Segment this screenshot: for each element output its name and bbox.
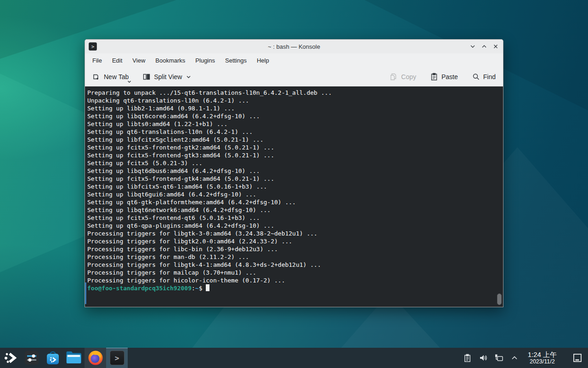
terminal-line: Setting up libfcitx5-qt6-1:amd64 (5.0.16… bbox=[87, 183, 497, 190]
terminal-prompt: foo@foo-standardpcq35ich92009:~$ bbox=[87, 284, 497, 292]
window-title: ~ : bash — Konsole bbox=[85, 43, 503, 50]
paste-button[interactable]: Paste bbox=[429, 71, 459, 83]
system-tray: 1:24 上午 2023/11/2 bbox=[462, 348, 588, 368]
menu-file[interactable]: File bbox=[88, 55, 107, 66]
terminal-cursor bbox=[206, 284, 209, 291]
new-tab-dropdown[interactable] bbox=[127, 77, 131, 85]
maximize-icon bbox=[481, 43, 487, 50]
split-view-icon bbox=[142, 73, 151, 81]
new-output-indicator bbox=[85, 282, 86, 304]
dolphin-button[interactable] bbox=[63, 348, 85, 368]
split-view-dropdown[interactable] bbox=[186, 75, 191, 79]
prompt-user-host: foo@foo-standardpcq35ich92009 bbox=[87, 285, 192, 292]
new-tab-label: New Tab bbox=[104, 73, 129, 80]
terminal-line: Setting up libts0:amd64 (1.22-1+b1) ... bbox=[87, 120, 497, 128]
kickoff-launcher-button[interactable] bbox=[0, 348, 21, 368]
volume-tray-button[interactable] bbox=[477, 348, 489, 368]
tool-bar: New Tab Split View Copy bbox=[85, 68, 503, 86]
copy-button[interactable]: Copy bbox=[389, 71, 417, 83]
show-desktop-button[interactable] bbox=[570, 348, 585, 368]
network-icon bbox=[494, 353, 503, 362]
terminal-scrollbar[interactable] bbox=[497, 293, 502, 305]
firefox-icon bbox=[87, 350, 104, 366]
copy-label: Copy bbox=[401, 73, 416, 80]
system-settings-button[interactable] bbox=[21, 348, 42, 368]
terminal-view[interactable]: Preparing to unpack .../15-qt6-translati… bbox=[85, 86, 503, 307]
network-tray-button[interactable] bbox=[493, 348, 505, 368]
terminal-line: Processing triggers for libgtk-3-0:amd64… bbox=[87, 230, 497, 237]
menu-help[interactable]: Help bbox=[252, 55, 274, 66]
clipboard-tray-button[interactable] bbox=[462, 348, 474, 368]
terminal-line: Processing triggers for man-db (2.11.2-2… bbox=[87, 253, 497, 261]
terminal-line: Setting up libqt6core6:amd64 (6.4.2+dfsg… bbox=[87, 112, 497, 120]
terminal-line: Setting up fcitx5-frontend-qt6 (5.0.16-1… bbox=[87, 214, 497, 222]
split-view-button[interactable]: Split View bbox=[141, 71, 192, 83]
minimize-icon bbox=[469, 43, 476, 50]
show-desktop-icon bbox=[573, 353, 582, 362]
terminal-line: Setting up libqt6network6:amd64 (6.4.2+d… bbox=[87, 206, 497, 214]
find-icon bbox=[472, 73, 480, 81]
menu-plugins[interactable]: Plugins bbox=[191, 55, 220, 66]
menu-view[interactable]: View bbox=[128, 55, 150, 66]
taskbar-panel: > 1:24 上午 bbox=[0, 348, 588, 368]
terminal-line: Setting up libqt6gui6:amd64 (6.4.2+dfsg-… bbox=[87, 190, 497, 198]
firefox-task-button[interactable] bbox=[85, 348, 106, 368]
konsole-window: > ~ : bash — Konsole File Edit View Book… bbox=[85, 39, 503, 307]
find-label: Find bbox=[483, 73, 496, 80]
prompt-symbol: $ bbox=[199, 285, 203, 292]
terminal-line: Setting up libb2-1:amd64 (0.98.1-1.1) ..… bbox=[87, 104, 497, 112]
terminal-line: Processing triggers for libc-bin (2.36-9… bbox=[87, 245, 497, 253]
paste-label: Paste bbox=[441, 73, 458, 80]
maximize-button[interactable] bbox=[481, 43, 488, 50]
terminal-line: Setting up libfcitx5gclient2:amd64 (5.0.… bbox=[87, 136, 497, 144]
window-titlebar[interactable]: > ~ : bash — Konsole bbox=[85, 40, 503, 53]
kickoff-launcher-icon bbox=[3, 350, 18, 366]
konsole-icon: > bbox=[89, 42, 97, 51]
expand-tray-button[interactable] bbox=[509, 348, 520, 368]
discover-icon bbox=[45, 350, 61, 366]
find-button[interactable]: Find bbox=[471, 71, 497, 83]
minimize-button[interactable] bbox=[469, 43, 476, 50]
terminal-line: Setting up libqt6dbus6:amd64 (6.4.2+dfsg… bbox=[87, 167, 497, 175]
menu-bar: File Edit View Bookmarks Plugins Setting… bbox=[85, 53, 503, 68]
terminal-line: Setting up qt6-qpa-plugins:amd64 (6.4.2+… bbox=[87, 222, 497, 230]
terminal-line: Setting up qt6-gtk-platformtheme:amd64 (… bbox=[87, 198, 497, 206]
terminal-line: Setting up fcitx5-frontend-gtk4:amd64 (5… bbox=[87, 175, 497, 183]
terminal-line: Setting up fcitx5 (5.0.21-3) ... bbox=[87, 159, 497, 167]
clipboard-icon bbox=[463, 354, 472, 362]
system-settings-icon bbox=[24, 350, 40, 366]
new-tab-icon bbox=[92, 73, 101, 81]
terminal-line: Processing triggers for libgtk2.0-0:amd6… bbox=[87, 237, 497, 245]
terminal-line: Processing triggers for hicolor-icon-the… bbox=[87, 276, 497, 284]
discover-button[interactable] bbox=[42, 348, 63, 368]
split-view-label: Split View bbox=[154, 73, 182, 80]
new-tab-button[interactable]: New Tab bbox=[91, 71, 130, 83]
dolphin-icon bbox=[66, 351, 82, 365]
clock-time: 1:24 上午 bbox=[528, 351, 557, 358]
expand-tray-icon bbox=[511, 354, 518, 362]
prompt-path: ~ bbox=[195, 285, 199, 292]
terminal-line: Unpacking qt6-translations-l10n (6.4.2-1… bbox=[87, 97, 497, 104]
menu-bookmarks[interactable]: Bookmarks bbox=[151, 55, 190, 66]
copy-icon bbox=[390, 73, 398, 81]
volume-icon bbox=[479, 353, 488, 362]
konsole-task-button[interactable]: > bbox=[106, 348, 128, 368]
terminal-line: Setting up qt6-translations-l10n (6.4.2-… bbox=[87, 128, 497, 136]
clock[interactable]: 1:24 上午 2023/11/2 bbox=[524, 349, 560, 367]
close-button[interactable] bbox=[492, 43, 499, 50]
terminal-line: Setting up fcitx5-frontend-gtk3:amd64 (5… bbox=[87, 151, 497, 159]
terminal-line: Processing triggers for libgtk-4-1:amd64… bbox=[87, 261, 497, 269]
konsole-icon: > bbox=[110, 351, 124, 365]
terminal-line: Preparing to unpack .../15-qt6-translati… bbox=[87, 89, 497, 97]
prompt-separator: : bbox=[192, 285, 195, 292]
terminal-line: Setting up fcitx5-frontend-gtk2:amd64 (5… bbox=[87, 144, 497, 151]
paste-icon bbox=[430, 73, 438, 81]
menu-settings[interactable]: Settings bbox=[220, 55, 251, 66]
terminal-line: Processing triggers for mailcap (3.70+nm… bbox=[87, 269, 497, 276]
close-icon bbox=[492, 43, 499, 50]
clock-date: 2023/11/2 bbox=[528, 358, 557, 365]
menu-edit[interactable]: Edit bbox=[107, 55, 127, 66]
terminal-output: Preparing to unpack .../15-qt6-translati… bbox=[87, 89, 497, 284]
